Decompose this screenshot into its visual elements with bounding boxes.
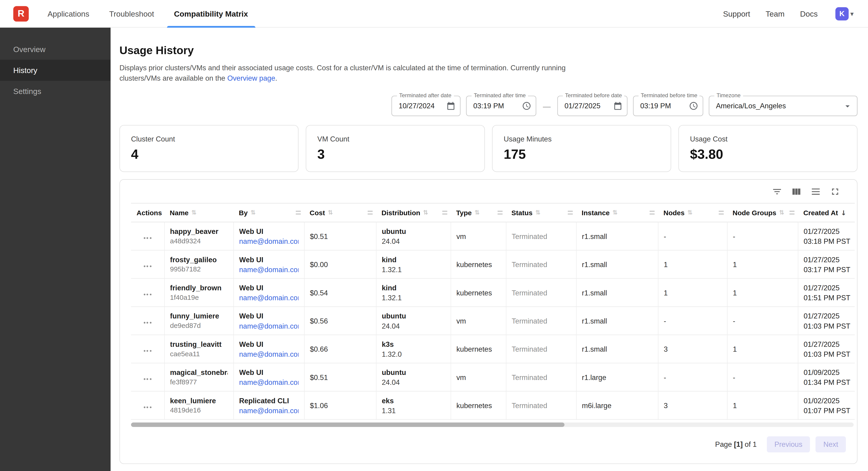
sort-icon[interactable]: ⇅ — [613, 209, 618, 216]
column-header-by[interactable]: By⇅ — [234, 203, 304, 222]
clock-icon[interactable] — [689, 101, 698, 111]
fullscreen-icon[interactable] — [829, 186, 840, 197]
terminated-before-time-field[interactable]: Terminated before time 03:19 PM — [633, 96, 703, 116]
name-cell: friendly_brown1f40a19e — [164, 278, 234, 306]
cluster-name: trusting_leavitt — [170, 340, 227, 348]
column-resize-handle[interactable] — [368, 211, 373, 214]
stat-value: $3.80 — [690, 147, 846, 162]
overview-page-link[interactable]: Overview page — [227, 74, 275, 83]
calendar-icon[interactable] — [446, 101, 456, 111]
avatar[interactable]: K — [835, 7, 849, 20]
column-resize-handle[interactable] — [296, 211, 301, 214]
status-cell: Terminated — [506, 222, 576, 250]
column-resize-handle[interactable] — [789, 211, 795, 214]
column-header-node-groups[interactable]: Node Groups⇅ — [727, 203, 798, 222]
stat-value: 4 — [131, 147, 287, 162]
sort-icon[interactable]: ⇅ — [474, 209, 479, 216]
email-link[interactable]: name@domain.com — [239, 293, 298, 302]
distribution-version: 1.32.1 — [382, 265, 445, 273]
nav-item-troubleshoot[interactable]: Troubleshoot — [109, 0, 154, 27]
email-link[interactable]: name@domain.com — [239, 406, 298, 415]
nav-item-team[interactable]: Team — [766, 9, 785, 18]
created-by-source: Web UI — [239, 284, 298, 292]
nav-item-compatibility-matrix[interactable]: Compatibility Matrix — [174, 0, 248, 27]
nodes-cell: - — [658, 307, 727, 335]
cluster-id: cae5ea11 — [170, 350, 227, 358]
email-link[interactable]: name@domain.com — [239, 350, 298, 358]
cluster-name: happy_beaver — [170, 227, 227, 235]
stat-label: Usage Cost — [690, 135, 846, 143]
timezone-select[interactable]: Timezone America/Los_Angeles — [709, 96, 858, 116]
row-menu-button[interactable] — [141, 404, 154, 411]
column-resize-handle[interactable] — [650, 211, 655, 214]
column-resize-handle[interactable] — [568, 211, 573, 214]
email-link[interactable]: name@domain.com — [239, 322, 298, 330]
column-header-distribution[interactable]: Distribution⇅ — [376, 203, 451, 222]
sort-icon[interactable]: ⇅ — [423, 209, 428, 216]
nav-item-applications[interactable]: Applications — [48, 0, 89, 27]
filter-icon[interactable] — [771, 186, 782, 197]
distribution-version: 1.32.0 — [382, 350, 445, 358]
column-resize-handle[interactable] — [719, 211, 724, 214]
cost-value: $0.54 — [310, 289, 370, 297]
sort-icon[interactable]: ⇅ — [191, 209, 196, 216]
sort-icon[interactable]: ⇅ — [687, 209, 692, 216]
sidebar-item-settings[interactable]: Settings — [0, 81, 111, 101]
row-menu-button[interactable] — [141, 262, 154, 270]
cost-value: $0.56 — [310, 317, 370, 325]
email-link[interactable]: name@domain.com — [239, 265, 298, 273]
calendar-icon[interactable] — [613, 101, 623, 111]
sort-icon[interactable]: ⇅ — [535, 209, 540, 216]
scrollbar-thumb[interactable] — [131, 422, 565, 427]
row-menu-button[interactable] — [141, 319, 154, 326]
account-menu-button[interactable]: K ▾ — [835, 7, 854, 20]
column-label: Actions — [136, 209, 162, 216]
cost-value: $0.66 — [310, 345, 370, 353]
sort-icon[interactable]: ⇅ — [779, 209, 784, 216]
previous-page-button[interactable]: Previous — [767, 436, 810, 452]
clock-icon[interactable] — [522, 101, 531, 111]
column-header-status[interactable]: Status⇅ — [506, 203, 576, 222]
primary-nav: Applications Troubleshoot Compatibility … — [48, 0, 248, 27]
density-icon[interactable] — [810, 186, 821, 197]
terminated-after-date-field[interactable]: Terminated after date 10/27/2024 — [392, 96, 461, 116]
table-row: friendly_brown1f40a19eWeb UIname@domain.… — [131, 278, 855, 306]
stat-card-usage-minutes: Usage Minutes 175 — [492, 125, 671, 172]
node-groups-cell: - — [727, 307, 798, 335]
sidebar-item-overview[interactable]: Overview — [0, 39, 111, 60]
column-resize-handle[interactable] — [498, 211, 503, 214]
name-cell: frosty_galileo995b7182 — [164, 250, 234, 278]
terminated-before-date-field[interactable]: Terminated before date 01/27/2025 — [557, 96, 627, 116]
column-header-created-at[interactable]: Created At↓ — [798, 203, 855, 222]
columns-icon[interactable] — [790, 186, 802, 197]
dropdown-arrow-icon[interactable] — [843, 101, 852, 111]
nav-item-support[interactable]: Support — [723, 9, 750, 18]
page-current: [1] — [734, 440, 743, 448]
column-header-cost[interactable]: Cost⇅ — [304, 203, 376, 222]
distribution-cell: kind1.32.1 — [376, 250, 451, 278]
row-menu-button[interactable] — [141, 375, 154, 382]
column-header-type[interactable]: Type⇅ — [451, 203, 506, 222]
terminated-after-time-field[interactable]: Terminated after time 03:19 PM — [466, 96, 536, 116]
email-link[interactable]: name@domain.com — [239, 378, 298, 386]
status-cell: Terminated — [506, 391, 576, 419]
column-resize-handle[interactable] — [442, 211, 447, 214]
nav-item-docs[interactable]: Docs — [800, 9, 818, 18]
row-menu-button[interactable] — [141, 347, 154, 354]
type-value: vm — [456, 373, 500, 381]
created-time: 01:03 PM PST — [804, 322, 849, 330]
row-menu-button[interactable] — [141, 291, 154, 298]
horizontal-scrollbar[interactable] — [131, 422, 854, 427]
next-page-button[interactable]: Next — [816, 436, 846, 452]
column-header-nodes[interactable]: Nodes⇅ — [658, 203, 727, 222]
sort-desc-icon[interactable]: ↓ — [841, 209, 846, 216]
row-menu-button[interactable] — [141, 234, 154, 241]
email-link[interactable]: name@domain.com — [239, 237, 298, 245]
replicated-logo[interactable]: R — [13, 6, 29, 21]
sort-icon[interactable]: ⇅ — [250, 209, 255, 216]
column-header-instance[interactable]: Instance⇅ — [576, 203, 658, 222]
column-header-name[interactable]: Name⇅ — [164, 203, 234, 222]
sort-icon[interactable]: ⇅ — [328, 209, 333, 216]
chevron-down-icon: ▾ — [850, 10, 854, 17]
sidebar-item-history[interactable]: History — [0, 60, 111, 81]
